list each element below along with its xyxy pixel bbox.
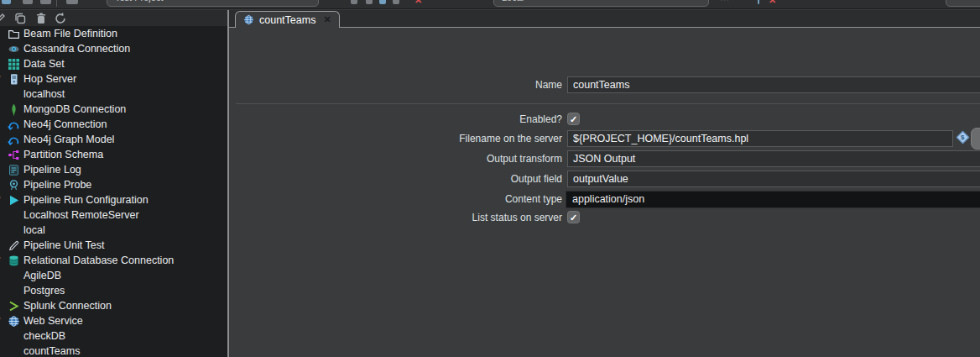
neo4j-icon — [8, 134, 20, 146]
tree-item-localhost-remoteserver[interactable]: Localhost RemoteServer — [0, 207, 227, 223]
tree-item-cassandra-connection[interactable]: Cassandra Connection — [0, 41, 227, 56]
tree-item-label: Postgres — [23, 283, 65, 298]
output-field-input[interactable] — [567, 171, 980, 187]
tree-item-beam-file-definition[interactable]: Beam File Definition — [0, 26, 227, 41]
environment-add-icon[interactable] — [758, 0, 759, 4]
tree-item-countteams[interactable]: countTeams — [0, 344, 227, 357]
perspective-icon[interactable] — [66, 0, 78, 4]
tree-item-local[interactable]: local — [0, 223, 227, 238]
tree-item-web-service[interactable]: ▾Web Service — [0, 313, 227, 328]
pipeline-probe-icon — [8, 179, 20, 192]
environment-selector[interactable]: Local — [493, 0, 709, 7]
project-info-icon[interactable] — [379, 0, 386, 4]
metadata-toolbar — [0, 10, 227, 26]
tree-item-label: Pipeline Log — [23, 162, 81, 177]
tree-item-label: Relational Database Connection — [23, 253, 174, 268]
output-field-row: Output field — [229, 171, 980, 188]
mongodb-icon — [8, 103, 20, 116]
webservice-icon — [8, 315, 20, 328]
output-transform-input[interactable] — [567, 150, 980, 167]
content-type-combo[interactable]: application/json — [566, 191, 980, 208]
splunk-icon — [8, 300, 20, 312]
tree-item-label: Localhost RemoteServer — [23, 207, 139, 223]
chevron-down-icon[interactable]: ▾ — [0, 255, 5, 263]
tree-item-partition-schema[interactable]: Partition Schema — [0, 147, 227, 162]
variable-icon[interactable]: $ — [957, 131, 970, 144]
tree-item-localhost[interactable]: localhost — [0, 87, 227, 102]
form-separator — [236, 103, 980, 104]
file-icon[interactable] — [2, 0, 11, 4]
tree-item-label: countTeams — [23, 344, 80, 357]
output-transform-row: Output transform — [229, 150, 980, 168]
filename-row: Filename on the server$ — [229, 130, 980, 148]
editor-tab-strip: countTeams ✕ — [229, 10, 980, 28]
tree-item-label: Partition Schema — [23, 147, 103, 162]
output-field-label: Output field — [229, 171, 562, 188]
tab-title: countTeams — [259, 14, 315, 26]
enabled-label: Enabled? — [229, 111, 562, 129]
environment-menu-icon[interactable]: ⋯ — [720, 0, 730, 5]
chevron-down-icon[interactable]: ▾ — [0, 73, 5, 81]
tree-item-agiledb[interactable]: AgileDB — [0, 268, 227, 283]
chevron-down-icon[interactable]: ▾ — [0, 194, 5, 202]
tree-item-label: localhost — [23, 87, 65, 102]
tree-item-label: AgileDB — [23, 268, 61, 283]
close-icon[interactable]: ✕ — [323, 14, 331, 25]
delete-icon[interactable] — [34, 12, 48, 25]
main-toolbar: Test Project ✕ Local ⋯ ✕ — [0, 0, 980, 9]
editor-area: countTeams ✕ NameEnabled?✓Filename on th… — [229, 10, 980, 357]
tree-item-pipeline-log[interactable]: Pipeline Log — [0, 162, 227, 177]
tree-item-relational-database-connection[interactable]: ▾Relational Database Connection — [0, 253, 227, 268]
tree-item-label: Pipeline Unit Test — [23, 238, 104, 253]
save-icon[interactable] — [23, 0, 33, 4]
filename-input[interactable] — [567, 130, 953, 147]
tree-item-label: local — [23, 223, 45, 238]
tree-item-label: Neo4j Graph Model — [23, 132, 114, 147]
toolbar-divider — [56, 0, 57, 7]
run-selector[interactable] — [946, 0, 980, 7]
project-selector[interactable]: Test Project — [107, 0, 319, 7]
tree-item-data-set[interactable]: Data Set — [0, 56, 227, 71]
tree-item-pipeline-unit-test[interactable]: Pipeline Unit Test — [0, 238, 227, 253]
name-input[interactable] — [567, 76, 980, 93]
copy-icon[interactable] — [13, 12, 27, 25]
refresh-icon[interactable] — [54, 12, 67, 25]
chevron-down-icon[interactable]: ▾ — [0, 315, 5, 323]
tree-item-checkdb[interactable]: checkDB — [0, 328, 227, 344]
project-add-icon[interactable] — [351, 0, 357, 4]
project-settings-icon[interactable] — [393, 0, 399, 4]
tree-item-postgres[interactable]: Postgres — [0, 283, 227, 298]
tree-item-label: Cassandra Connection — [23, 41, 130, 56]
tree-item-label: Web Service — [23, 313, 83, 328]
tree-item-label: Neo4j Connection — [23, 117, 107, 132]
tree-item-neo4j-connection[interactable]: Neo4j Connection — [0, 117, 227, 132]
server-icon — [8, 73, 20, 86]
enabled-checkbox[interactable]: ✓ — [567, 113, 580, 125]
tree-item-pipeline-run-configuration[interactable]: ▾Pipeline Run Configuration — [0, 192, 227, 207]
project-edit-icon[interactable] — [366, 0, 373, 4]
tree-item-label: Hop Server — [23, 71, 76, 87]
project-delete-icon[interactable]: ✕ — [414, 0, 422, 5]
tree-item-mongodb-connection[interactable]: MongoDB Connection — [0, 102, 227, 117]
webservice-form: NameEnabled?✓Filename on the server$Outp… — [229, 29, 980, 357]
tree-item-neo4j-graph-model[interactable]: Neo4j Graph Model — [0, 132, 227, 147]
tree-item-label: Data Set — [23, 56, 65, 71]
tree-item-pipeline-probe[interactable]: Pipeline Probe — [0, 177, 227, 192]
edit-icon[interactable] — [0, 12, 7, 25]
tree-item-hop-server[interactable]: ▾Hop Server — [0, 71, 227, 87]
save-as-icon[interactable] — [40, 0, 51, 4]
sidebar-splitter[interactable] — [227, 10, 229, 357]
run-config-icon — [8, 194, 20, 207]
tree-item-label: Pipeline Probe — [23, 177, 91, 192]
list-status-checkbox[interactable]: ✓ — [567, 211, 580, 223]
unit-test-icon — [8, 239, 20, 252]
browse-button[interactable] — [971, 128, 980, 150]
tree-item-label: MongoDB Connection — [23, 102, 126, 117]
environment-delete-icon[interactable]: ✕ — [769, 0, 776, 5]
tab-countteams[interactable]: countTeams ✕ — [235, 11, 340, 28]
tree-item-splunk-connection[interactable]: Splunk Connection — [0, 298, 227, 313]
metadata-tree: Beam File DefinitionCassandra Connection… — [0, 26, 227, 357]
folder-icon — [8, 28, 20, 40]
project-selector-value: Test Project — [115, 0, 163, 3]
tree-item-label: Splunk Connection — [23, 298, 112, 313]
